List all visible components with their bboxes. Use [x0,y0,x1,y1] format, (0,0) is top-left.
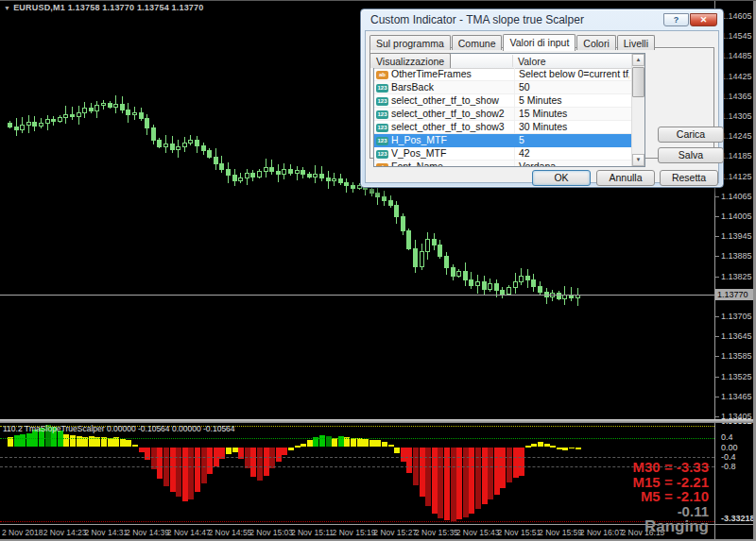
histogram-bar [550,446,556,448]
price-tick [715,336,719,337]
histogram-bar [82,437,88,448]
param-value[interactable]: 5 Minutes [514,94,629,107]
param-name: select_other_tf_to_show3 [391,121,508,133]
table-scrollbar[interactable]: ▲ ▼ [631,54,644,166]
histogram-bar [382,442,387,448]
integer-type-icon: 123 [376,84,388,93]
param-value[interactable]: 15 Minutes [514,108,629,120]
integer-type-icon: 123 [376,150,388,159]
chart-indicator-divider[interactable] [0,419,756,423]
histogram-bar [170,448,176,493]
histogram-bar [500,448,506,489]
cancel-button[interactable]: Annulla [596,170,655,186]
reset-button[interactable]: Resetta [660,170,718,186]
time-axis-label: 2 Nov 14:23 [43,528,87,537]
indicator-histogram-area [0,423,714,524]
tab-livelli[interactable]: Livelli [617,35,655,50]
indicator-scale-label: -3.33218 [721,515,755,523]
param-name: OtherTimeFrames [391,68,508,80]
histogram-bar [139,448,145,452]
histogram-bar [207,448,213,475]
param-value[interactable]: 50 [514,81,629,93]
price-tick [715,416,719,417]
help-icon[interactable]: ? [663,13,689,26]
candle-body [108,103,112,108]
load-button[interactable]: Carica [658,127,724,143]
time-axis-label: 2 Nov 14:55 [209,528,252,537]
tab-sul-programma[interactable]: Sul programma [369,35,451,50]
param-value[interactable]: Select below 0=current tf,1,5,15,30,60,2… [514,68,629,80]
candle-body [232,175,237,181]
param-row-select_other_tf_to_show[interactable]: 123select_other_tf_to_show5 Minutes [374,94,631,108]
indicator-level-line [0,438,714,439]
time-axis-label: 2 Nov 14:47 [167,528,211,537]
time-axis-label: 2 Nov 14:39 [126,528,169,537]
param-row-barsback[interactable]: 123BarsBack50 [374,81,631,94]
histogram-bar [562,448,568,450]
indicator-level-line [0,521,714,522]
param-row-select_other_tf_to_show3[interactable]: 123select_other_tf_to_show330 Minutes [374,121,631,134]
candle-body [413,248,418,267]
candle-body [250,173,255,178]
param-row-h_pos_mtf[interactable]: 123H_Pos_MTF5 [374,134,631,147]
candle-body [432,239,437,245]
candle-body [344,182,349,186]
param-row-select_other_tf_to_show2[interactable]: 123select_other_tf_to_show215 Minutes [374,108,631,121]
param-row-font_name[interactable]: abFont_NameVerdana [374,161,631,166]
histogram-bar [232,448,238,452]
histogram-bar [63,434,69,448]
histogram-bar [26,433,32,448]
save-button[interactable]: Salva [658,147,724,163]
histogram-bar [257,448,263,481]
tab-visualizzazione[interactable]: Visualizzazione [369,53,451,68]
tab-comune[interactable]: Comune [452,35,503,50]
candle-body [351,185,355,189]
ok-button[interactable]: OK [532,170,591,186]
candle-body [39,123,43,127]
candle-body [382,196,387,201]
candle-body [519,276,524,282]
column-divider [512,55,513,67]
price-tick [715,236,719,237]
scroll-down-icon[interactable]: ▼ [632,154,644,166]
param-row-v_pos_mtf[interactable]: 123V_Pos_MTF42 [374,147,631,161]
price-axis-label: 1.14425 [721,73,752,81]
histogram-bar [313,437,318,448]
candle-body [214,157,218,164]
price-axis-label: 1.14485 [721,52,752,60]
price-axis-label: 1.14245 [721,132,752,141]
price-tick [715,377,719,378]
candle-body [94,105,99,111]
histogram-bar [544,444,550,447]
tab-colori[interactable]: Colori [576,35,615,50]
tab-valori-di-input[interactable]: Valori di input [503,34,576,51]
param-value[interactable]: 42 [514,147,629,160]
histogram-bar [282,448,287,456]
histogram-bar [525,446,531,448]
integer-type-icon: 123 [376,97,388,106]
scrollbar-thumb[interactable] [632,67,644,97]
candle-body [444,256,449,268]
scroll-up-icon[interactable]: ▲ [632,54,644,66]
histogram-bar [250,448,256,477]
histogram-bar [569,448,575,449]
candle-body [269,167,274,172]
close-icon[interactable]: ✕ [690,13,717,26]
param-value[interactable]: 30 Minutes [514,121,629,133]
histogram-bar [20,434,26,447]
price-tick [715,256,719,257]
indicator-scale-label: 0.00 [721,444,738,452]
overlay-text-line: Ranging [633,518,709,534]
price-axis-label: 1.14605 [721,12,752,21]
chart-dropdown-icon[interactable]: ▼ [4,5,10,11]
param-row-othertimeframes[interactable]: abOtherTimeFramesSelect below 0=current … [374,68,631,81]
param-value[interactable]: 5 [514,134,629,146]
dialog-title: Custom Indicator - TMA slope true Scalpe… [370,13,584,26]
candle-body [70,114,75,117]
price-axis-label: 1.13585 [721,352,752,361]
candle-body [469,279,473,286]
time-axis-label: 2 Nov 15:51 [497,528,541,537]
dialog-body: Sul programmaComuneValori di inputColori… [365,30,719,183]
overlay-text-line: -0.11 [633,504,709,519]
param-value[interactable]: Verdana [514,161,629,166]
